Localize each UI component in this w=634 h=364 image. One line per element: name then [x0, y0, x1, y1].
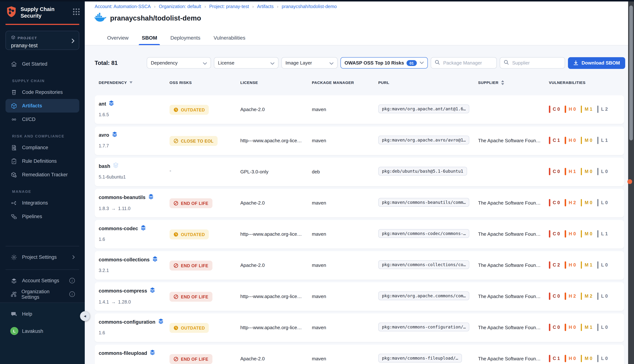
avatar: L — [10, 327, 18, 335]
scrollbar-thumb[interactable] — [629, 6, 633, 140]
prohibited-icon — [174, 357, 178, 362]
severity-letter: C — [553, 231, 556, 236]
layers-icon — [113, 162, 118, 170]
license-value: Apache-2.0 — [240, 356, 265, 362]
filter-dropdown-dependency[interactable]: Dependency — [147, 57, 211, 68]
tab-bar: OverviewSBOMDeploymentsVulnerabilities — [105, 30, 247, 45]
purl-pill[interactable]: pkg:maven/commons-collections/co… — [378, 260, 469, 269]
severity-letter: H — [569, 231, 572, 236]
page-title: pranaycshah/todolist-demo — [110, 14, 201, 22]
tab-overview[interactable]: Overview — [105, 30, 130, 45]
column-header-dependency[interactable]: DEPENDENCY — [99, 80, 132, 85]
severity-bar — [549, 230, 550, 238]
tab-sbom[interactable]: SBOM — [140, 30, 159, 45]
filter-dropdown-license[interactable]: License — [214, 57, 278, 68]
package-manager-input[interactable] — [443, 60, 493, 66]
sidebar-item-ci-cd[interactable]: CI/CD — [6, 113, 79, 126]
severity-bar — [565, 199, 566, 206]
purl-pill[interactable]: pkg:maven/commons-fileupload/… — [378, 354, 462, 362]
sidebar-item-integrations[interactable]: Integrations — [6, 196, 79, 210]
severity-letter: C — [553, 356, 556, 361]
breadcrumb-link[interactable]: Organization: default — [159, 4, 201, 9]
arrow-right-icon: → — [111, 299, 116, 304]
layers-icon — [150, 287, 155, 294]
severity-letter: L — [601, 200, 604, 205]
severity-bar — [565, 292, 566, 300]
severity-bar — [597, 168, 598, 175]
chevron-down-icon — [330, 62, 334, 65]
breadcrumb-link[interactable]: Artifacts — [257, 4, 273, 9]
breadcrumb-link[interactable]: pranaycshah/todolist-demo — [282, 4, 337, 9]
sidebar-item-code-repositories[interactable]: Code Repositories — [6, 86, 79, 99]
filter-dropdown-image-layer[interactable]: Image Layer — [281, 57, 338, 68]
sidebar-item-artifacts[interactable]: Artifacts — [6, 99, 79, 113]
info-icon[interactable]: i — [69, 278, 75, 284]
severity-bar — [581, 230, 582, 238]
severity-h: H0 — [565, 355, 576, 362]
layers-icon — [109, 100, 114, 108]
table-row[interactable]: bash 5.1-6ubuntu1 - GPL-3.0-only deb pkg… — [95, 158, 624, 186]
table-row[interactable]: commons-configuration 1.6 OUTDATED http-… — [95, 314, 624, 342]
sidebar-item-organization-settings[interactable]: Organization Settings i — [6, 288, 79, 301]
version-from: 1.4.1 — [99, 299, 109, 304]
oss-risk-cell: END OF LIFE — [169, 198, 212, 208]
table-row[interactable]: commons-compress 1.4.1→1.28.0 END OF LIF… — [95, 282, 624, 311]
severity-count: 0 — [557, 294, 560, 299]
severity-c: C0 — [549, 199, 560, 206]
purl-pill[interactable]: pkg:maven/commons-codec/commons-… — [378, 229, 469, 238]
table-row[interactable]: commons-fileupload END OF LIFE Apache-2.… — [95, 344, 624, 364]
sidebar-item-rule-definitions[interactable]: Rule Definitions — [6, 154, 79, 168]
sidebar-item-help[interactable]: ? Help — [6, 307, 79, 321]
table-row[interactable]: avro 1.7.7 CLOSE TO EOL http---www.apach… — [95, 126, 624, 155]
severity-count: 0 — [573, 356, 576, 361]
tab-deployments[interactable]: Deployments — [169, 30, 202, 45]
severity-bar — [597, 324, 598, 331]
breadcrumb-link[interactable]: Project: pranay-test — [209, 4, 249, 9]
oss-risk-label: OUTDATED — [181, 108, 205, 112]
oss-risk-cell: END OF LIFE — [169, 261, 212, 270]
oss-risk-cell: OUTDATED — [169, 105, 209, 115]
notification-dot[interactable] — [627, 179, 632, 184]
user-menu[interactable]: L Lavakush — [6, 324, 79, 338]
oss-risk-cell: OUTDATED — [169, 230, 209, 239]
sidebar-item-get-started[interactable]: Get Started — [6, 57, 79, 71]
sidebar-item-compliance[interactable]: Compliance — [6, 141, 79, 154]
purl-pill[interactable]: pkg:maven/commons-beanutils/comm… — [378, 198, 469, 207]
owasp-risks-filter[interactable]: OWASP OSS Top 10 Risks 01 — [341, 57, 428, 68]
severity-count: 0 — [590, 200, 592, 205]
severity-count: 1 — [605, 231, 608, 236]
sidebar-item-pipelines[interactable]: Pipelines — [6, 210, 79, 224]
divider — [6, 270, 79, 270]
supplier-value: The Apache Software Foun… — [478, 262, 541, 268]
purl-pill[interactable]: pkg:maven/org.apache.ant/ant@1.6… — [378, 104, 469, 113]
severity-l: L0 — [597, 199, 608, 206]
purl-pill[interactable]: pkg:deb/ubuntu/bash@5.1-6ubuntu1 — [378, 167, 467, 176]
breadcrumb-link[interactable]: Account: Automation-SSCA — [95, 4, 151, 9]
sidebar-item-project-settings[interactable]: Project Settings — [6, 250, 79, 264]
sidebar-collapse-button[interactable]: ◀ — [80, 311, 90, 321]
project-selector[interactable]: PROJECT pranay-test — [6, 31, 79, 50]
apps-grid-icon[interactable] — [73, 8, 80, 15]
chevron-down-icon — [203, 62, 207, 65]
purl-pill[interactable]: pkg:maven/org.apache.commons/com… — [378, 292, 469, 300]
supplier-input[interactable] — [511, 60, 561, 66]
column-header-supplier[interactable]: SUPPLIER — [478, 80, 504, 85]
download-sbom-button[interactable]: Download SBOM — [568, 57, 625, 69]
severity-letter: C — [553, 325, 556, 330]
table-row[interactable]: ant 1.6.5 OUTDATED Apache-2.0 maven pkg:… — [95, 95, 624, 124]
severity-m: M0 — [581, 230, 592, 238]
sidebar-item-remediation-tracker[interactable]: Remediation Tracker — [6, 168, 79, 182]
purl-pill[interactable]: pkg:maven/org.apache.avro/avro@1… — [378, 136, 469, 144]
severity-count: 0 — [590, 138, 592, 143]
purl-pill[interactable]: pkg:maven/commons-configuration/… — [378, 322, 469, 332]
info-icon[interactable]: i — [69, 292, 75, 297]
table-row[interactable]: commons-collections 3.2.1 END OF LIFE Ap… — [95, 251, 624, 280]
sidebar-item-account-settings[interactable]: Account Settings i — [6, 274, 79, 288]
breadcrumb-separator-icon: › — [252, 4, 254, 9]
table-row[interactable]: commons-codec 1.6 OUTDATED http---www.ap… — [95, 220, 624, 248]
tab-vulnerabilities[interactable]: Vulnerabilities — [212, 30, 247, 45]
table-row[interactable]: commons-beanutils 1.8.3→1.11.0 END OF LI… — [95, 189, 624, 217]
dependency-cell: bash 5.1-6ubuntu1 — [99, 162, 126, 180]
cube-icon — [10, 103, 18, 109]
severity-letter: L — [601, 294, 604, 299]
